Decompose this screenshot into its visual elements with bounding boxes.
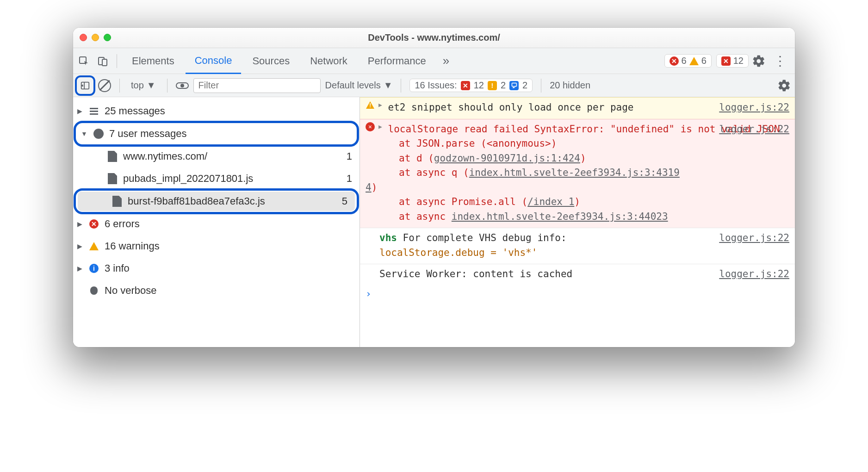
devtools-window: DevTools - www.nytimes.com/ Elements Con… (73, 28, 795, 347)
console-message-warning[interactable]: logger.js:22 ▶ et2 snippet should only l… (360, 97, 795, 119)
tab-performance[interactable]: Performance (359, 48, 435, 74)
minimize-window-button[interactable] (92, 34, 99, 41)
zoom-window-button[interactable] (104, 34, 111, 41)
sidebar-toggle-button[interactable] (77, 77, 93, 94)
error-count: 6 (682, 56, 687, 66)
error-icon: ✕ (88, 218, 100, 230)
live-expression-icon[interactable] (176, 82, 189, 89)
close-window-button[interactable] (80, 34, 87, 41)
error-square-icon: ✕ (721, 56, 731, 66)
more-menu-icon[interactable]: ⋮ (769, 53, 791, 68)
warning-square-icon: ! (488, 81, 497, 90)
list-icon (88, 105, 100, 117)
console-toolbar: top ▼ Default levels ▼ 16 Issues: ✕ 12 !… (73, 74, 795, 97)
divider (167, 79, 167, 93)
inspect-element-icon[interactable] (76, 53, 93, 69)
info-square-icon: 🗩 (509, 81, 519, 90)
console-message-log[interactable]: logger.js:22 vhs For complete VHS debug … (360, 228, 795, 264)
tab-console[interactable]: Console (186, 48, 242, 74)
svg-rect-2 (102, 59, 107, 66)
stack-link[interactable]: index.html.svelte-2eef3934.js:3:44023 (452, 211, 668, 222)
message-source-link[interactable]: logger.js:22 (719, 231, 789, 246)
divider (117, 54, 117, 68)
divider (541, 79, 541, 93)
warning-icon (366, 100, 375, 110)
console-message-log[interactable]: logger.js:22 Service Worker: content is … (360, 264, 795, 286)
stack-link[interactable]: index.html.svelte-2eef3934.js:3:4319 (469, 167, 680, 178)
stack-line: at async Promise.all (/index 1) (399, 195, 789, 210)
chevron-down-icon: ▼ (384, 80, 393, 91)
message-prefix: vhs (379, 232, 397, 243)
sidebar-item-label: No verbose (105, 285, 157, 297)
sidebar-item-user-messages[interactable]: 7 user messages (78, 124, 355, 143)
tab-network[interactable]: Network (301, 48, 357, 74)
stack-link[interactable]: godzown-9010971d.js:1:424 (434, 153, 580, 164)
message-code: localStorage.debug = 'vhs*' (366, 247, 537, 258)
log-levels-dropdown[interactable]: Default levels ▼ (325, 80, 393, 91)
levels-label: Default levels (325, 80, 381, 91)
hidden-label[interactable]: 20 hidden (550, 80, 590, 91)
highlight-selected-file: burst-f9baff81bad8ea7efa3c.js 5 (76, 191, 357, 212)
sidebar-file-item[interactable]: pubads_impl_2022071801.js 1 (73, 168, 360, 190)
context-selector[interactable]: top ▼ (128, 80, 159, 91)
issues-summary[interactable]: 16 Issues: ✕ 12 ! 2 🗩 2 (409, 79, 533, 92)
stack-link[interactable]: 4 (366, 182, 372, 193)
sidebar-file-name: www.nytimes.com/ (123, 150, 207, 162)
chevron-down-icon: ▼ (147, 80, 156, 91)
divider (119, 79, 120, 93)
message-source-link[interactable]: logger.js:22 (719, 100, 789, 115)
tab-sources[interactable]: Sources (243, 48, 299, 74)
warning-count: 6 (701, 56, 707, 66)
sidebar-item-info[interactable]: i 3 info (73, 257, 360, 279)
console-settings-icon[interactable] (777, 79, 791, 93)
message-source-link[interactable]: logger.js:22 (719, 122, 789, 137)
bug-icon (88, 285, 100, 297)
sidebar-item-label: 3 info (105, 262, 130, 274)
clear-console-icon[interactable] (98, 79, 111, 92)
issues-count: 12 (733, 56, 744, 66)
expand-icon (76, 265, 83, 272)
stack-trace: at JSON.parse (<anonymous>) at d (godzow… (366, 137, 789, 224)
issues-prefix: 16 Issues: (415, 80, 457, 91)
sidebar-item-errors[interactable]: ✕ 6 errors (73, 213, 360, 235)
issues-badge[interactable]: ✕ 12 (716, 54, 749, 68)
divider (401, 79, 401, 93)
sidebar-item-all-messages[interactable]: 25 messages (73, 100, 360, 122)
filter-input[interactable] (193, 78, 321, 93)
stack-line: at async q (index.html.svelte-2eef3934.j… (399, 166, 789, 195)
sidebar-file-item[interactable]: www.nytimes.com/ 1 (73, 145, 360, 168)
sidebar-item-label: 25 messages (105, 105, 165, 117)
expand-icon[interactable]: ▶ (378, 100, 382, 110)
console-message-error[interactable]: logger.js:22 ✕ ▶ localStorage read faile… (360, 119, 795, 228)
sidebar-item-label: 16 warnings (105, 240, 160, 252)
sidebar-file-count: 5 (342, 195, 350, 207)
console-prompt[interactable]: › (360, 286, 795, 302)
titlebar: DevTools - www.nytimes.com/ (73, 28, 795, 48)
expand-icon (76, 220, 83, 228)
sidebar-file-item-selected[interactable]: burst-f9baff81bad8ea7efa3c.js 5 (78, 192, 355, 211)
expand-icon[interactable]: ▶ (378, 122, 382, 131)
message-text: et2 snippet should only load once per pa… (388, 102, 633, 113)
expand-icon (76, 242, 83, 250)
more-tabs-icon[interactable]: » (437, 54, 455, 68)
window-controls (80, 34, 111, 41)
error-warning-badge[interactable]: ✕ 6 6 (664, 54, 712, 68)
device-toolbar-icon[interactable] (94, 53, 111, 69)
context-label: top (131, 80, 144, 91)
message-text: Service Worker: content is cached (366, 268, 572, 279)
sidebar-file-count: 1 (347, 173, 355, 185)
tab-elements[interactable]: Elements (123, 48, 184, 74)
stack-line: at async index.html.svelte-2eef3934.js:3… (399, 210, 789, 224)
message-source-link[interactable]: logger.js:22 (719, 267, 789, 282)
sidebar-item-verbose[interactable]: No verbose (73, 279, 360, 302)
stack-link[interactable]: /index 1 (527, 196, 574, 207)
file-icon (111, 195, 123, 207)
sidebar-item-warnings[interactable]: 16 warnings (73, 235, 360, 257)
user-icon (93, 128, 105, 140)
sidebar-file-name: burst-f9baff81bad8ea7efa3c.js (128, 195, 265, 207)
status-badges: ✕ 6 6 ✕ 12 (664, 54, 749, 68)
stack-line: at d (godzown-9010971d.js:1:424) (399, 151, 789, 166)
settings-icon[interactable] (750, 53, 767, 69)
console-body: 25 messages 7 user messages www.nytimes.… (73, 97, 795, 347)
console-messages: logger.js:22 ▶ et2 snippet should only l… (360, 97, 795, 347)
